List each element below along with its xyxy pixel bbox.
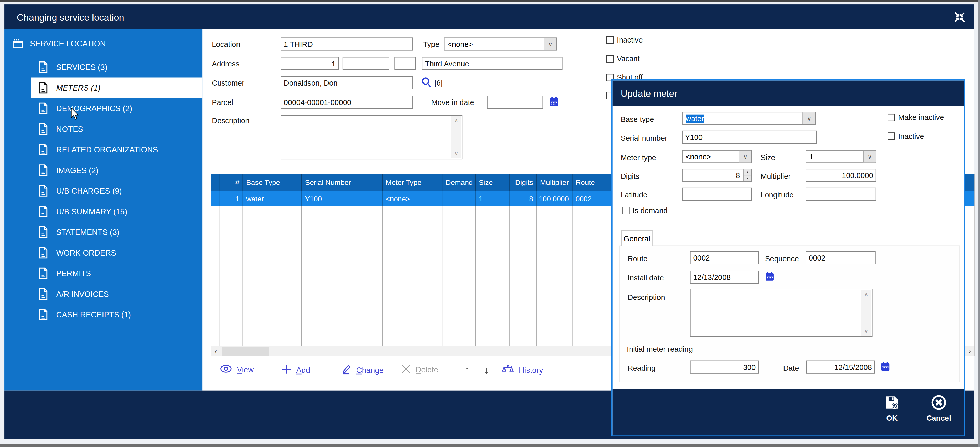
- date-input[interactable]: 12/15/2008: [806, 361, 875, 374]
- grid-cell[interactable]: Y100: [302, 191, 382, 206]
- customer-input[interactable]: Donaldson, Don: [280, 76, 413, 89]
- reading-input[interactable]: 300: [690, 361, 759, 374]
- move-in-date-input[interactable]: [487, 95, 543, 109]
- arrow-up-button[interactable]: ↑: [465, 364, 470, 377]
- serial-number-input[interactable]: Y100: [682, 130, 817, 144]
- type-label: Type: [423, 40, 439, 49]
- install-date-input[interactable]: 12/13/2008: [690, 270, 759, 283]
- grid-cell[interactable]: 0002: [573, 191, 616, 206]
- sidebar-item-label: U/B SUMMARY (15): [56, 207, 127, 216]
- grid-cell[interactable]: [212, 191, 220, 206]
- calendar-icon[interactable]: [549, 97, 559, 106]
- grid-column-header[interactable]: Size: [476, 175, 510, 191]
- grid-cell[interactable]: 100.0000: [537, 191, 573, 206]
- cancel-button[interactable]: Cancel: [921, 394, 956, 422]
- grid-column-header[interactable]: #: [219, 175, 243, 191]
- grid-cell[interactable]: water: [243, 191, 302, 206]
- grid-column-header[interactable]: Demand: [442, 175, 476, 191]
- description-label: Description: [212, 116, 249, 125]
- arrow-down-button[interactable]: ↓: [484, 364, 489, 377]
- document-icon: [39, 144, 48, 156]
- sidebar-item-permits[interactable]: PERMITS: [4, 263, 202, 284]
- multiplier-input[interactable]: 100.0000: [806, 169, 877, 182]
- is-demand-checkbox[interactable]: Is demand: [622, 206, 667, 215]
- delete-button[interactable]: Delete: [401, 364, 438, 375]
- scroll-right-icon[interactable]: ›: [965, 346, 975, 356]
- sidebar-item-images-2[interactable]: IMAGES (2): [4, 160, 202, 181]
- inactive-checkbox[interactable]: Inactive: [606, 36, 643, 44]
- parcel-input[interactable]: 00004-00001-00000: [280, 95, 413, 109]
- textarea-scrollbar[interactable]: ∧∨: [861, 290, 871, 336]
- base-type-select[interactable]: water ∨: [682, 112, 816, 125]
- sidebar-item-statements-3[interactable]: STATEMENTS (3): [4, 222, 202, 243]
- route-input[interactable]: 0002: [690, 251, 759, 264]
- inactive-checkbox[interactable]: Inactive: [888, 132, 924, 141]
- address-field3-input[interactable]: [394, 57, 415, 70]
- grid-column-header[interactable]: Serial Number: [302, 175, 382, 191]
- ok-button[interactable]: OK: [875, 394, 910, 422]
- general-tab-panel: Route 0002 Sequence 0002 Install date 12…: [619, 246, 960, 382]
- spinner-buttons[interactable]: ▲▼: [743, 169, 751, 181]
- digits-stepper[interactable]: 8 ▲▼: [682, 169, 752, 182]
- sidebar-item-services-3[interactable]: SERVICES (3): [4, 57, 202, 78]
- type-select[interactable]: <none> ∨: [444, 37, 557, 51]
- location-input[interactable]: 1 THIRD: [280, 37, 413, 51]
- base-type-label: Base type: [620, 115, 654, 124]
- sidebar-item-meters-1[interactable]: METERS (1): [31, 77, 202, 98]
- add-button[interactable]: Add: [281, 364, 310, 376]
- grid-column-header[interactable]: Meter Type: [382, 175, 442, 191]
- grid-cell[interactable]: [442, 191, 476, 206]
- grid-column-header[interactable]: Multiplier: [537, 175, 573, 191]
- grid-column-header[interactable]: Route: [573, 175, 616, 191]
- sidebar-item-work-orders[interactable]: WORK ORDERS: [4, 243, 202, 263]
- view-button[interactable]: View: [220, 364, 254, 375]
- scrollbar-thumb[interactable]: [222, 347, 269, 356]
- grid-column-header[interactable]: Digits: [510, 175, 537, 191]
- change-button[interactable]: Change: [341, 364, 383, 376]
- sidebar-item-label: A/R INVOICES: [56, 290, 109, 298]
- make-inactive-checkbox[interactable]: Make inactive: [888, 113, 944, 122]
- dialog-footer: OK Cancel: [612, 388, 964, 436]
- sidebar-item-demographics-2[interactable]: DEMOGRAPHICS (2): [4, 98, 202, 119]
- sidebar-item-u-b-charges-9[interactable]: U/B CHARGES (9): [4, 181, 202, 201]
- textarea-scrollbar[interactable]: ∧∨: [451, 116, 461, 158]
- grid-cell[interactable]: 1: [219, 191, 243, 206]
- vacant-checkbox[interactable]: Vacant: [606, 54, 640, 63]
- digits-value: 8: [682, 171, 743, 180]
- sidebar-item-cash-receipts-1[interactable]: CASH RECEIPTS (1): [4, 304, 202, 325]
- search-icon[interactable]: [421, 77, 432, 88]
- meter-type-select[interactable]: <none> ∨: [682, 150, 752, 163]
- grid-cell[interactable]: 8: [510, 191, 537, 206]
- sidebar-item-label: WORK ORDERS: [56, 248, 116, 257]
- chevron-down-icon[interactable]: ∨: [739, 151, 751, 162]
- sidebar-item-related-organizations[interactable]: RELATED ORGANIZATIONS: [4, 139, 202, 160]
- multiplier-label: Multiplier: [761, 172, 791, 181]
- sidebar: SERVICE LOCATION SERVICES (3) METERS (1)…: [4, 29, 202, 391]
- latitude-input[interactable]: [682, 188, 752, 200]
- address-number-input[interactable]: 1: [280, 57, 339, 70]
- history-button[interactable]: History: [502, 364, 543, 376]
- description-textarea[interactable]: ∧∨: [280, 115, 463, 159]
- address-field2-input[interactable]: [342, 57, 390, 70]
- sidebar-item-a-r-invoices[interactable]: A/R INVOICES: [4, 284, 202, 305]
- calendar-icon[interactable]: [881, 362, 890, 371]
- calendar-icon[interactable]: [765, 272, 775, 281]
- address-street-input[interactable]: Third Avenue: [422, 57, 563, 70]
- compress-icon[interactable]: [955, 12, 965, 22]
- longitude-input[interactable]: [806, 188, 877, 200]
- size-select[interactable]: 1 ∨: [806, 150, 877, 163]
- chevron-down-icon[interactable]: ∨: [863, 151, 876, 162]
- chevron-down-icon[interactable]: ∨: [802, 113, 815, 124]
- sequence-input[interactable]: 0002: [806, 251, 876, 264]
- grid-cell[interactable]: 1: [476, 191, 510, 206]
- tab-general[interactable]: General: [621, 230, 652, 246]
- sidebar-root-service-location[interactable]: SERVICE LOCATION: [4, 34, 202, 53]
- grid-column-header[interactable]: Base Type: [243, 175, 302, 191]
- scroll-left-icon[interactable]: ‹: [212, 346, 221, 356]
- grid-cell[interactable]: <none>: [382, 191, 442, 206]
- sidebar-item-notes[interactable]: NOTES: [4, 119, 202, 140]
- sidebar-item-u-b-summary-15[interactable]: U/B SUMMARY (15): [4, 201, 202, 222]
- grid-column-header[interactable]: [212, 175, 220, 191]
- dialog-description-textarea[interactable]: ∧∨: [690, 289, 872, 337]
- chevron-down-icon[interactable]: ∨: [544, 38, 556, 50]
